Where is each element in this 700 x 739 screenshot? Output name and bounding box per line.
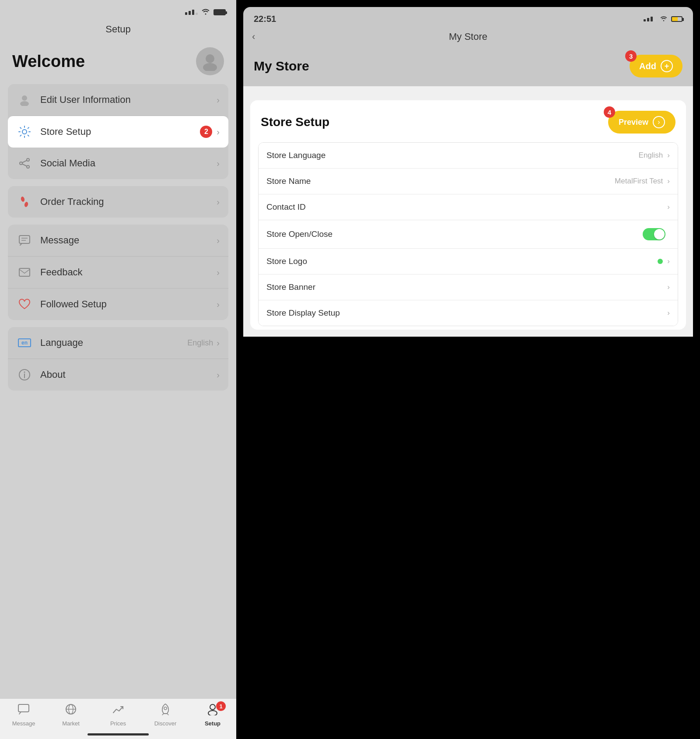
- message-nav-icon: [18, 703, 30, 718]
- settings-row-store-logo[interactable]: Store Logo ›: [259, 248, 678, 274]
- back-button[interactable]: ‹: [252, 31, 255, 42]
- signal-icon-right: [644, 17, 656, 21]
- svg-point-3: [20, 101, 29, 106]
- heart-icon: [17, 296, 32, 312]
- signal-icon: [185, 10, 198, 15]
- store-name-value: MetalFirst Test: [615, 177, 663, 186]
- svg-rect-14: [19, 268, 30, 276]
- menu-group-3: Message › Feedback › Followed Setup ›: [8, 225, 228, 320]
- badge-2: 2: [200, 126, 212, 138]
- settings-list: Store Language English › Store Name Meta…: [258, 142, 678, 326]
- menu-item-message[interactable]: Message ›: [8, 225, 228, 256]
- chevron-right-icon: ›: [667, 283, 670, 292]
- menu-item-about[interactable]: About ›: [8, 359, 228, 391]
- nav-message-label: Message: [12, 720, 35, 727]
- social-media-label: Social Media: [40, 158, 217, 169]
- nav-setup-label: Setup: [205, 720, 220, 727]
- message-label: Message: [40, 235, 217, 246]
- feedback-label: Feedback: [40, 267, 217, 278]
- svg-line-7: [22, 161, 27, 163]
- store-language-label: Store Language: [266, 151, 639, 160]
- svg-point-4: [27, 158, 29, 161]
- add-button[interactable]: Add +: [630, 55, 682, 77]
- menu-item-followed-setup[interactable]: Followed Setup ›: [8, 288, 228, 320]
- chevron-right-icon: ›: [217, 127, 220, 137]
- person-icon: [17, 92, 32, 108]
- toggle-open-close[interactable]: [643, 228, 665, 240]
- menu-item-edit-user[interactable]: Edit User Information ›: [8, 84, 228, 116]
- followed-setup-label: Followed Setup: [40, 299, 217, 310]
- settings-row-store-banner[interactable]: Store Banner ›: [259, 274, 678, 300]
- chevron-right-icon: ›: [667, 151, 670, 160]
- order-tracking-label: Order Tracking: [40, 196, 217, 208]
- add-button-wrap: 3 Add +: [630, 55, 682, 77]
- svg-point-6: [27, 165, 29, 168]
- battery-icon: [214, 9, 226, 15]
- badge-4: 4: [604, 106, 615, 118]
- chevron-right-icon: ›: [217, 95, 220, 105]
- chart-icon: [112, 703, 124, 718]
- svg-point-0: [206, 54, 214, 63]
- contact-id-label: Contact ID: [266, 202, 667, 212]
- welcome-section: Welcome: [0, 42, 236, 84]
- nav-title: My Store: [449, 31, 487, 42]
- svg-point-1: [203, 63, 217, 71]
- store-setup-panel: Store Setup 4 Preview › Store Language E…: [250, 100, 686, 330]
- preview-button-label: Preview: [619, 118, 648, 127]
- plus-circle-icon: +: [661, 60, 673, 72]
- edit-user-label: Edit User Information: [40, 94, 217, 106]
- nav-setup[interactable]: 1 Setup: [189, 703, 236, 727]
- gear-icon: [17, 124, 32, 140]
- home-indicator: [88, 733, 149, 735]
- time-display: 22:51: [254, 14, 276, 24]
- avatar: [196, 47, 224, 75]
- nav-discover[interactable]: Discover: [142, 703, 189, 727]
- nav-market[interactable]: Market: [47, 703, 94, 727]
- chevron-right-icon: ›: [667, 309, 670, 317]
- my-store-screen: 22:51 ‹ My Store My Store 3: [243, 7, 693, 86]
- store-logo-dot: [658, 259, 663, 264]
- svg-point-9: [21, 196, 25, 202]
- battery-icon-right: [671, 16, 682, 22]
- my-store-title: My Store: [254, 59, 309, 74]
- envelope-icon: [17, 264, 32, 280]
- menu-item-social-media[interactable]: Social Media ›: [8, 148, 228, 179]
- about-label: About: [40, 369, 217, 380]
- preview-button[interactable]: Preview ›: [608, 111, 676, 134]
- chevron-right-icon: ›: [217, 299, 220, 310]
- svg-point-2: [22, 95, 27, 101]
- left-phone: Setup Welcome Edit User Information › St…: [0, 0, 236, 739]
- store-open-close-label: Store Open/Close: [266, 229, 643, 239]
- store-banner-label: Store Banner: [266, 282, 667, 292]
- chevron-right-icon: ›: [667, 257, 670, 266]
- settings-row-store-display-setup[interactable]: Store Display Setup ›: [259, 300, 678, 326]
- badge-1: 1: [216, 701, 226, 711]
- page-title: Setup: [0, 20, 236, 42]
- globe-icon: [65, 703, 77, 718]
- settings-row-store-name[interactable]: Store Name MetalFirst Test ›: [259, 168, 678, 194]
- store-language-value: English: [639, 151, 663, 160]
- info-icon: [17, 367, 32, 383]
- nav-message[interactable]: Message: [0, 703, 47, 727]
- chevron-right-icon: ›: [217, 236, 220, 246]
- language-value: English: [187, 338, 213, 348]
- svg-point-17: [24, 372, 25, 373]
- language-label: Language: [40, 337, 187, 348]
- menu-item-feedback[interactable]: Feedback ›: [8, 256, 228, 288]
- nav-prices-label: Prices: [110, 720, 126, 727]
- add-button-label: Add: [639, 61, 656, 71]
- chevron-right-icon: ›: [217, 370, 220, 380]
- store-logo-label: Store Logo: [266, 257, 658, 266]
- menu-item-store-setup[interactable]: Store Setup 2 ›: [8, 116, 228, 148]
- svg-rect-11: [19, 236, 30, 243]
- nav-prices[interactable]: Prices: [94, 703, 142, 727]
- menu-group-1: Edit User Information › Store Setup 2 ›: [8, 84, 228, 179]
- status-bar-right: 22:51: [243, 7, 693, 28]
- settings-row-store-open-close[interactable]: Store Open/Close: [259, 220, 678, 248]
- chevron-right-icon: ›: [217, 158, 220, 169]
- settings-row-store-language[interactable]: Store Language English ›: [259, 143, 678, 168]
- menu-item-order-tracking[interactable]: Order Tracking ›: [8, 186, 228, 218]
- menu-item-language[interactable]: en Language English ›: [8, 327, 228, 359]
- settings-row-contact-id[interactable]: Contact ID ›: [259, 194, 678, 220]
- chevron-right-icon: ›: [653, 116, 665, 128]
